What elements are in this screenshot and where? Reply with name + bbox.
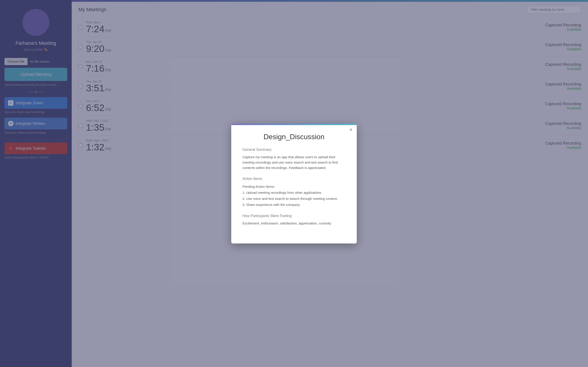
feeling-title: How Participants Were Feeling	[242, 214, 346, 218]
modal-close-button[interactable]: ×	[349, 127, 352, 132]
feeling-text: Excitement, enthusiasm, satisfaction, ap…	[242, 221, 346, 226]
modal-overlay[interactable]: × Design_Discussion General Summary Capt…	[0, 0, 588, 367]
list-item: 1. Upload meeting recordings from other …	[242, 190, 346, 196]
modal-top-bar	[231, 124, 357, 125]
action-items-intro: Pending Action Items:	[242, 184, 346, 190]
meeting-detail-modal: × Design_Discussion General Summary Capt…	[231, 124, 357, 243]
action-items-title: Action Items	[242, 177, 346, 181]
modal-title: Design_Discussion	[242, 133, 346, 141]
general-summary-text: Capture my meeting is an app that allows…	[242, 154, 346, 171]
list-item: 2. Use voice and text search to search t…	[242, 196, 346, 202]
general-summary-title: General Summary	[242, 148, 346, 152]
action-items-content: Pending Action Items:1. Upload meeting r…	[242, 184, 346, 208]
list-item: 3. Share experience with the company.	[242, 202, 346, 208]
